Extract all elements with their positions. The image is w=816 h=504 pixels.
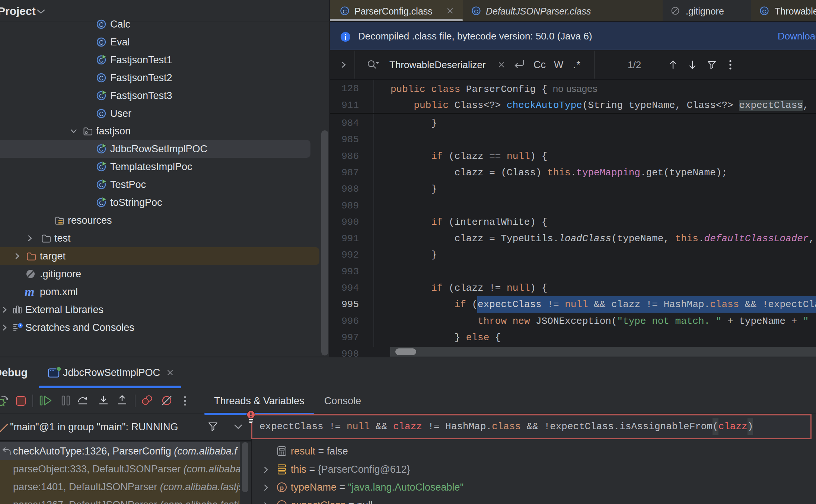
svg-text:C: C [343,8,347,15]
svg-text:C: C [99,75,103,82]
svg-text:p: p [280,502,284,504]
svg-text:C: C [99,22,103,28]
svg-text:C: C [474,8,478,15]
svg-text:C: C [99,111,103,117]
svg-text:C: C [762,8,766,15]
svg-text:C: C [99,39,103,46]
svg-text:p: p [280,484,284,491]
